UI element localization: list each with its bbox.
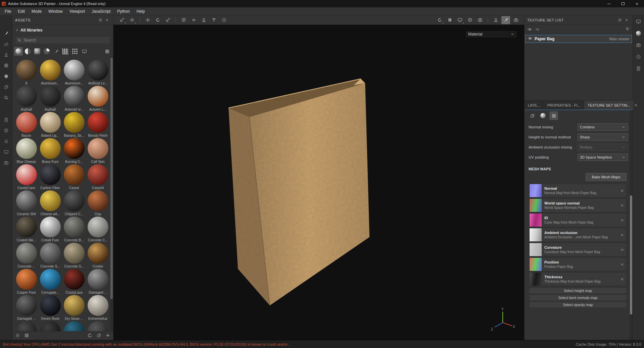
menu-item[interactable]: File <box>1 7 14 15</box>
refresh-shelf-icon[interactable] <box>87 333 92 339</box>
select-map-button[interactable]: Select bent normals map <box>529 295 627 301</box>
search-input[interactable] <box>23 38 91 43</box>
channels-mode-icon[interactable] <box>528 111 537 120</box>
solo-set-eye-icon[interactable] <box>535 27 540 33</box>
mesh-maps-mode-icon[interactable] <box>549 111 558 120</box>
quick-export-icon[interactable] <box>2 115 10 124</box>
close-panel-icon[interactable] <box>104 17 110 23</box>
shader-badge[interactable]: Main shader <box>609 37 630 41</box>
asset-item[interactable]: Aluminium... <box>38 60 62 86</box>
filter-materials-icon[interactable] <box>14 47 23 56</box>
brush-preview-icon[interactable] <box>501 16 510 24</box>
filter-brushes-icon[interactable] <box>52 47 60 56</box>
undock-panel-icon[interactable] <box>97 17 104 23</box>
select-map-button[interactable]: Select opacity map <box>529 302 627 308</box>
mesh-map-row[interactable]: World space normal World Space Normals P… <box>529 198 627 212</box>
asset-item[interactable]: Dry Straw ... <box>62 295 86 321</box>
field-select[interactable]: Multiply <box>578 143 628 151</box>
camera-settings-icon[interactable] <box>635 41 642 49</box>
maximize-button[interactable] <box>616 0 630 7</box>
shading-mode-select[interactable]: Material <box>465 30 517 38</box>
display-settings-shortcut-icon[interactable] <box>2 148 10 156</box>
asset-item[interactable] <box>86 321 110 331</box>
camera-shortcut-icon[interactable] <box>2 158 10 167</box>
display-settings-icon[interactable] <box>635 18 642 25</box>
asset-item[interactable]: Concrete C... <box>86 217 110 243</box>
undock-panel-icon[interactable] <box>616 17 623 23</box>
mesh-map-row[interactable]: Thickness Thickness Map from Mesh Paper … <box>529 272 627 286</box>
minimize-button[interactable] <box>602 0 616 7</box>
move-tool-icon[interactable] <box>143 16 152 24</box>
asset-item[interactable] <box>38 321 62 331</box>
menu-item[interactable]: Window <box>45 7 66 15</box>
filter-smart-masks-icon[interactable] <box>33 47 42 56</box>
asset-item[interactable]: Cookie <box>86 243 110 269</box>
asset-item[interactable]: CrustyLava <box>62 269 86 295</box>
asset-item[interactable]: Carpet <box>62 164 86 190</box>
physics-icon[interactable] <box>219 16 228 24</box>
asset-item[interactable]: Asphalt <box>38 86 62 112</box>
smudge-tool-icon[interactable] <box>2 72 10 80</box>
filter-textures-icon[interactable] <box>70 47 79 56</box>
visibility-eye-icon[interactable] <box>528 36 533 42</box>
asset-item[interactable]: Brass Pure <box>38 138 62 164</box>
symmetry-icon[interactable] <box>199 16 208 24</box>
filter-smart-materials-icon[interactable] <box>23 47 32 56</box>
mesh-map-row[interactable]: Normal Normal Map from Mesh Paper Bag <box>529 184 627 197</box>
rotate-tool-icon[interactable] <box>153 16 162 24</box>
paper-bag-model[interactable] <box>113 25 524 340</box>
geometry-mask-icon[interactable] <box>179 16 188 24</box>
asset-item[interactable]: Cobalt Pure <box>38 217 62 243</box>
asset-item[interactable]: Asteroid or... <box>62 86 86 112</box>
mesh-map-row[interactable]: Position Position Paper Bag <box>529 257 627 271</box>
texture-set-filter-icon[interactable] <box>625 27 630 33</box>
asset-item[interactable]: Aluminium... <box>62 60 86 86</box>
remove-mesh-map-icon[interactable] <box>618 189 626 193</box>
screenshot-icon[interactable] <box>511 16 520 24</box>
asset-item[interactable]: Carbon Fiber <box>38 164 62 190</box>
asset-item[interactable]: Blue Cheese <box>14 138 38 164</box>
log-icon[interactable] <box>635 65 642 72</box>
asset-item[interactable]: Asphalt <box>14 86 38 112</box>
material-picker-tool-icon[interactable] <box>2 93 10 102</box>
remove-mesh-map-icon[interactable] <box>618 218 626 222</box>
mesh-map-row[interactable]: Curvature Curvature Map from Mesh Paper … <box>529 243 627 256</box>
asset-item[interactable]: CandyCane <box>14 164 38 190</box>
remove-mesh-map-icon[interactable] <box>618 204 626 208</box>
asset-item[interactable]: Corrugate... <box>38 269 62 295</box>
remove-mesh-map-icon[interactable] <box>618 248 626 252</box>
menu-item[interactable]: JavaScript <box>88 7 114 15</box>
asset-item[interactable]: Burning C... <box>62 138 86 164</box>
camera-rotation-icon[interactable] <box>435 16 444 24</box>
select-map-button[interactable]: Select height map <box>529 288 627 294</box>
asset-item[interactable]: Concrete S... <box>38 243 62 269</box>
panel-tab[interactable]: TEXTURE SET SETTIN... <box>584 101 634 110</box>
grid-view-icon[interactable] <box>103 47 111 56</box>
lazy-mouse-icon[interactable] <box>209 16 218 24</box>
assets-scrollbar[interactable] <box>110 57 113 331</box>
mesh-map-row[interactable]: Ambient occlusion Ambient Occlusion ...r… <box>529 228 627 242</box>
tab-close-icon[interactable] <box>634 101 638 110</box>
asset-item[interactable]: Bloody Flesh <box>86 112 110 138</box>
remove-mesh-map-icon[interactable] <box>618 263 626 267</box>
asset-item[interactable]: Autumn L... <box>86 86 110 112</box>
asset-item[interactable]: Concrete B... <box>62 217 86 243</box>
asset-item[interactable]: 8 <box>14 60 38 86</box>
paint-tool-icon[interactable] <box>2 29 10 38</box>
asset-item[interactable]: Damaged ... <box>86 269 110 295</box>
camera-projection-icon[interactable] <box>476 16 484 24</box>
menu-item[interactable]: Edit <box>14 7 28 15</box>
filter-alphas-icon[interactable] <box>61 47 70 56</box>
asset-item[interactable]: Carpet4 <box>86 164 110 190</box>
resources-icon[interactable] <box>2 137 10 146</box>
small-thumbnails-icon[interactable] <box>15 333 20 339</box>
shader-settings-icon[interactable] <box>635 30 642 37</box>
remove-mesh-map-icon[interactable] <box>618 277 626 281</box>
menu-item[interactable]: Viewport <box>66 7 88 15</box>
asset-item[interactable]: Clay <box>86 190 110 217</box>
close-button[interactable]: × <box>630 0 644 7</box>
asset-item[interactable]: Cheese wit... <box>38 190 62 217</box>
asset-item[interactable] <box>14 321 38 331</box>
panel-tab[interactable]: LAYE... <box>525 101 544 110</box>
close-panel-icon[interactable] <box>623 17 630 23</box>
